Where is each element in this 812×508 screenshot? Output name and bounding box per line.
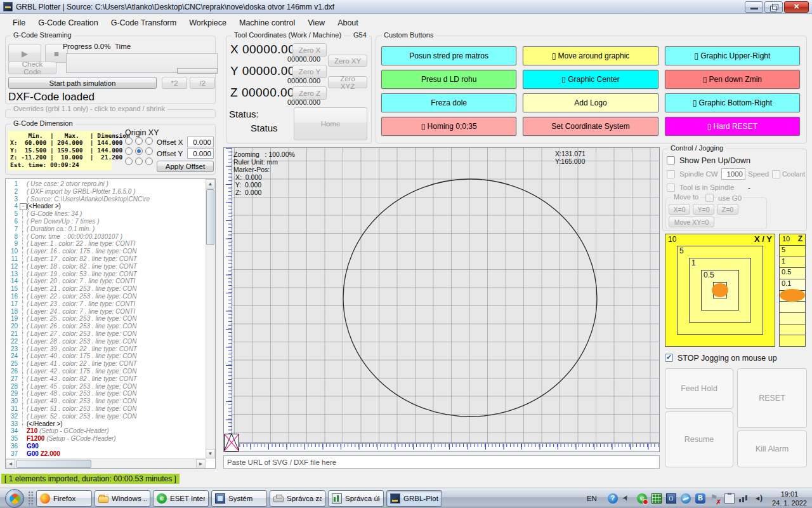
signal-icon[interactable] — [739, 493, 749, 504]
custom-button-move-around-graphic[interactable]: ▯ Move around graphic — [523, 46, 658, 65]
origin-radio-1-1[interactable] — [135, 147, 143, 155]
origin-radio-0-2[interactable] — [145, 137, 153, 145]
custom-button-freza-dole[interactable]: Freza dole — [381, 93, 516, 112]
horizontal-scrollbar[interactable]: ◄ ► — [6, 458, 206, 468]
zero-z-button[interactable]: Zero Z — [292, 86, 327, 100]
custom-button-hard-reset[interactable]: ▯ Hard RESET — [665, 117, 800, 136]
url-input[interactable] — [223, 455, 660, 469]
origin-radio-0-0[interactable] — [125, 137, 133, 145]
taskbar-clock[interactable]: 19:01 24. 1. 2022 — [772, 490, 807, 507]
zero-xyz-button[interactable]: Zero XYZ — [328, 76, 367, 88]
move-x0-button[interactable]: X=0 — [669, 204, 690, 215]
language-indicator[interactable]: EN — [587, 495, 597, 502]
help-icon[interactable] — [608, 493, 618, 504]
horizontal-scroll-thumb[interactable] — [16, 460, 91, 468]
network-icon[interactable] — [681, 493, 691, 504]
plot-canvas[interactable]: Zooming : 100.00%Ruler Unit: mmMarker-Po… — [223, 147, 660, 452]
start-button[interactable] — [5, 489, 24, 508]
clipboard-icon[interactable] — [724, 493, 735, 504]
move-z0-button[interactable]: Z=0 — [717, 204, 738, 215]
menu-item-view[interactable]: View — [301, 17, 331, 29]
jog-z-row-7[interactable] — [780, 324, 805, 336]
origin-radio-2-2[interactable] — [145, 157, 153, 165]
spindle-cw-checkbox[interactable] — [667, 170, 675, 178]
restore-button[interactable] — [764, 1, 783, 13]
taskbar-item-spr-vca-lo[interactable]: Správca úlo... — [328, 490, 384, 507]
coolant-checkbox[interactable] — [772, 170, 780, 178]
origin-radio-1-0[interactable] — [125, 147, 133, 155]
volume-icon[interactable] — [754, 493, 764, 504]
custom-button-pen-down-zmin[interactable]: ▯ Pen down Zmin — [665, 70, 800, 89]
green-grid-icon[interactable] — [652, 493, 662, 504]
reset-button[interactable]: RESET — [737, 368, 807, 428]
menu-item-g-code-transform[interactable]: G-Code Transform — [105, 17, 183, 29]
action-center-icon[interactable] — [710, 493, 720, 504]
custom-button-graphic-upper-right[interactable]: ▯ Graphic Upper-Right — [665, 46, 800, 65]
custom-button-homing-0-0-35[interactable]: ▯ Homing 0;0;35 — [381, 117, 516, 136]
overrides-label[interactable]: Overrides (grbl 1.1 only) - click to exp… — [11, 105, 167, 112]
scroll-left-arrow[interactable]: ◄ — [6, 459, 15, 469]
use-g0-checkbox[interactable] — [705, 194, 714, 202]
minimize-button[interactable] — [745, 1, 763, 13]
custom-button-graphic-bottom-right[interactable]: ▯ Graphic Bottom-Right — [665, 93, 800, 112]
move-y0-button[interactable]: Y=0 — [693, 204, 714, 215]
scroll-up-arrow[interactable]: ▲ — [206, 179, 215, 189]
check-code-button[interactable]: Check Code — [8, 62, 56, 74]
vertical-scrollbar[interactable]: ▲ ▼ — [206, 179, 215, 458]
jog-xy-step-10[interactable]: 10 — [668, 235, 676, 244]
custom-button-presu-d-ld-rohu[interactable]: Presu d LD rohu — [381, 70, 516, 89]
pointer-icon[interactable] — [622, 493, 632, 504]
jog-z-step-10[interactable]: 10 — [782, 235, 790, 243]
bluetooth-icon[interactable] — [695, 493, 705, 504]
stop-jogging-checkbox[interactable] — [665, 354, 673, 362]
origin-radio-1-2[interactable] — [145, 147, 153, 155]
custom-button-set-coordinate-system[interactable]: Set Coordinate System — [523, 117, 658, 136]
fold-toggle-icon[interactable] — [20, 203, 27, 210]
taskbar-item-spr-vca-zari[interactable]: Správca zari... — [270, 490, 325, 507]
zero-y-button[interactable]: Zero Y — [292, 65, 327, 78]
taskbar-item-windows[interactable]: Windows ... — [95, 490, 150, 507]
jog-z-row-6[interactable] — [780, 313, 805, 324]
custom-button-posun-stred-pre-matros[interactable]: Posun stred pre matros — [381, 46, 516, 65]
speed-half-button[interactable]: /2 — [190, 77, 215, 89]
zero-xy-button[interactable]: Zero XY — [328, 55, 367, 67]
show-pen-checkbox[interactable] — [667, 156, 675, 164]
menu-item-about[interactable]: About — [331, 17, 365, 29]
tool-in-spindle-checkbox[interactable] — [667, 184, 675, 192]
jog-z-row-5[interactable] — [780, 302, 805, 313]
resume-button[interactable]: Resume — [665, 411, 733, 467]
blue-app-icon[interactable] — [666, 493, 676, 504]
origin-radio-2-1[interactable] — [135, 157, 143, 165]
custom-button-add-logo[interactable]: Add Logo — [523, 93, 658, 112]
jog-z-row-0[interactable]: 5 — [780, 246, 805, 257]
jog-xy-pad[interactable]: 10 X / Y 5 1 0.5 0.1 — [665, 234, 775, 347]
feed-hold-button[interactable]: Feed Hold — [665, 368, 733, 409]
offset-x-input[interactable] — [187, 137, 214, 147]
menu-item-workpiece[interactable]: Workpiece — [183, 17, 233, 29]
jog-z-row-8[interactable] — [780, 335, 805, 346]
menu-item-file[interactable]: File — [6, 17, 32, 29]
gcode-editor[interactable]: 1( Use case: 2 otvor repro.ini )2( DXF i… — [5, 178, 216, 469]
close-button[interactable] — [784, 1, 809, 13]
custom-button-graphic-center[interactable]: ▯ Graphic Center — [523, 70, 658, 89]
origin-radio-2-0[interactable] — [125, 157, 133, 165]
start-simulation-button[interactable]: Start path simulation — [8, 77, 157, 89]
jog-z-row-1[interactable]: 1 — [780, 257, 805, 269]
jog-xy-handle[interactable] — [712, 283, 728, 297]
jog-z-strip[interactable]: 10 Z 510.50.1 — [779, 234, 806, 347]
speed-double-button[interactable]: *2 — [162, 77, 187, 89]
origin-radio-0-1[interactable] — [135, 137, 143, 145]
offset-y-input[interactable] — [187, 148, 214, 159]
kill-alarm-button[interactable]: Kill Alarm — [737, 431, 807, 467]
speed-input[interactable] — [721, 168, 745, 180]
menu-item-machine-control[interactable]: Machine control — [233, 17, 301, 29]
jog-z-row-2[interactable]: 0.5 — [780, 268, 805, 279]
menu-item-g-code-creation[interactable]: G-Code Creation — [32, 17, 105, 29]
feed-override-slider[interactable] — [177, 68, 218, 74]
overrides-group[interactable]: Overrides (grbl 1.1 only) - click to exp… — [5, 109, 216, 118]
eset-tray-icon[interactable] — [637, 493, 647, 504]
vertical-scroll-thumb[interactable] — [206, 189, 214, 245]
scroll-right-arrow[interactable]: ► — [196, 459, 206, 469]
taskbar-item-eset-interne[interactable]: ESET Interne... — [153, 490, 209, 507]
apply-offset-button[interactable]: Apply Offset — [157, 161, 214, 172]
